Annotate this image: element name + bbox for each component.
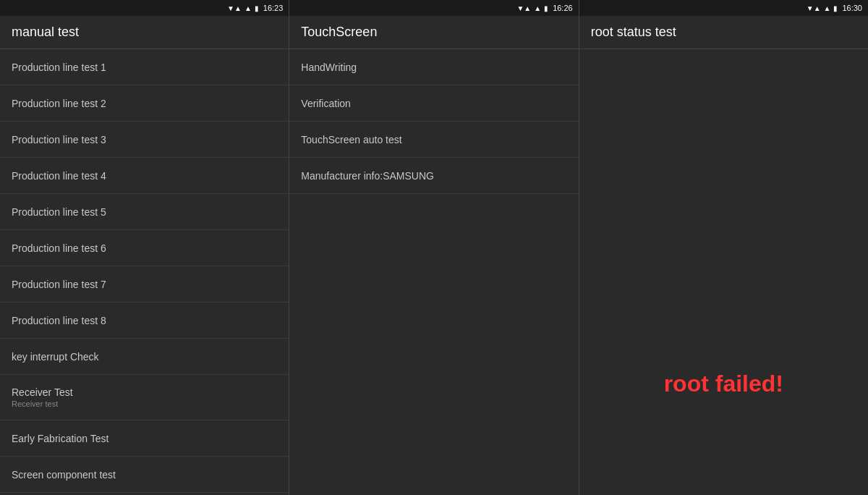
list-container	[579, 49, 868, 272]
list-item-primary: Production line test 7	[12, 279, 277, 290]
list-item-primary: Verification	[301, 98, 566, 109]
time-display: 16:30	[842, 4, 862, 12]
panel-root-status: ▼▲ ▲ ▮ 16:30 root status testroot failed…	[579, 0, 868, 495]
list-item-primary: Production line test 3	[12, 134, 277, 145]
error-message-container: root failed!	[579, 272, 868, 495]
list-item-primary: Production line test 2	[12, 98, 277, 109]
wifi-icon: ▼▲	[516, 4, 531, 12]
list-item[interactable]: key interrupt Check	[0, 339, 289, 375]
list-item-primary: Production line test 6	[12, 242, 277, 254]
panel-title-bar: manual test	[0, 16, 289, 49]
error-text: root failed!	[664, 371, 783, 397]
list-item-primary: Receiver Test	[12, 386, 277, 398]
list-container: HandWritingVerificationTouchScreen auto …	[289, 49, 578, 495]
list-item[interactable]: Screen component test	[0, 457, 289, 493]
panel-title-bar: root status test	[579, 16, 868, 49]
list-item[interactable]: Production line test 5	[0, 194, 289, 230]
wifi-icon: ▼▲	[227, 4, 242, 12]
status-bar-content: ▼▲ ▲ ▮ 16:23	[227, 4, 283, 12]
list-item[interactable]: Verification	[289, 85, 578, 122]
signal-icon: ▲	[244, 4, 252, 12]
list-item[interactable]: Production line test 1	[0, 49, 289, 85]
battery-icon: ▮	[255, 4, 259, 12]
list-item[interactable]: Production line test 8	[0, 302, 289, 339]
panel-manual-test: ▼▲ ▲ ▮ 16:23 manual testProduction line …	[0, 0, 289, 495]
time-display: 16:23	[263, 4, 284, 12]
panel-title: TouchScreen	[301, 25, 566, 40]
list-item-primary: Early Fabrication Test	[12, 433, 277, 444]
list-item-primary: Production line test 1	[12, 62, 277, 73]
list-item-primary: Production line test 8	[12, 315, 277, 326]
list-item[interactable]: Production line test 2	[0, 85, 289, 122]
status-bar: ▼▲ ▲ ▮ 16:23	[0, 0, 289, 16]
status-bar-content: ▼▲ ▲ ▮ 16:26	[516, 4, 572, 12]
list-item[interactable]: Early Fabrication Test	[0, 420, 289, 457]
list-item[interactable]: Manufacturer info:SAMSUNG	[289, 158, 578, 194]
list-item[interactable]: Production line test 6	[0, 230, 289, 266]
status-bar-content: ▼▲ ▲ ▮ 16:30	[807, 4, 862, 12]
list-item[interactable]: Receiver TestReceiver test	[0, 375, 289, 420]
list-item-primary: TouchScreen auto test	[301, 134, 566, 145]
list-item-primary: Screen component test	[12, 469, 277, 481]
list-item[interactable]: HandWriting	[289, 49, 578, 85]
list-item-primary: Production line test 5	[12, 206, 277, 218]
list-item[interactable]: Production line test 7	[0, 266, 289, 302]
list-item-secondary: Receiver test	[12, 399, 277, 408]
list-item[interactable]: TouchScreen auto test	[289, 122, 578, 158]
time-display: 16:26	[553, 4, 573, 12]
panel-title-bar: TouchScreen	[289, 16, 578, 49]
list-item-primary: HandWriting	[301, 62, 566, 73]
battery-icon: ▮	[544, 4, 548, 12]
list-item-primary: key interrupt Check	[12, 351, 277, 363]
list-item[interactable]: Production line test 3	[0, 122, 289, 158]
panel-touchscreen: ▼▲ ▲ ▮ 16:26 TouchScreenHandWritingVerif…	[289, 0, 579, 495]
status-bar: ▼▲ ▲ ▮ 16:30	[579, 0, 868, 16]
panel-title: manual test	[12, 25, 277, 40]
battery-icon: ▮	[833, 4, 838, 12]
list-item[interactable]: Production line test 4	[0, 158, 289, 194]
list-item-primary: Manufacturer info:SAMSUNG	[301, 170, 566, 182]
signal-icon: ▲	[824, 4, 831, 12]
wifi-icon: ▼▲	[807, 4, 821, 12]
list-item-primary: Production line test 4	[12, 170, 277, 182]
signal-icon: ▲	[534, 4, 541, 12]
status-bar: ▼▲ ▲ ▮ 16:26	[289, 0, 578, 16]
list-container: Production line test 1Production line te…	[0, 49, 289, 495]
panel-title: root status test	[591, 25, 856, 40]
